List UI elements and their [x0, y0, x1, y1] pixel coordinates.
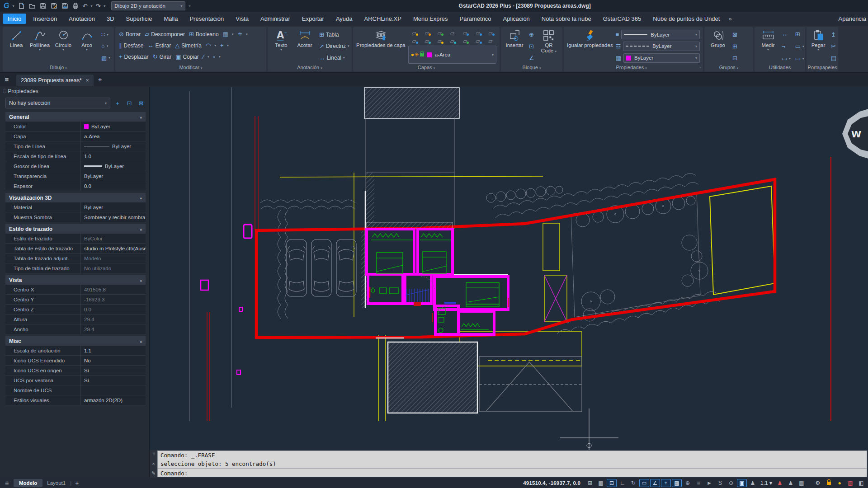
status-toggle-icon[interactable]: ⊞	[585, 479, 595, 487]
ribbon-tab[interactable]: Menú Expres	[408, 14, 453, 24]
layer-thaw-icon[interactable]: ☀	[414, 52, 419, 58]
measure-button[interactable]: Medir▼	[757, 28, 779, 64]
status-toggle-icon[interactable]: ∟	[618, 479, 627, 487]
ribbon-tab[interactable]: Nube de puntos de Undet	[648, 14, 725, 24]
property-value[interactable]: 29.4	[80, 324, 146, 334]
measure-arrow[interactable]: ▼	[767, 48, 770, 52]
select-all-icon[interactable]: ⊠	[137, 100, 146, 107]
qr-code-button[interactable]: QR Code ▾	[538, 28, 560, 64]
tool-arrow[interactable]: ▾	[219, 55, 221, 59]
document-menu-icon[interactable]: ≡	[0, 75, 14, 83]
redo-button[interactable]: ↷	[95, 3, 100, 9]
layer-unlock-icon[interactable]	[420, 53, 424, 56]
portapapeles-tool[interactable]: ✂	[830, 43, 838, 49]
clean-screen-icon[interactable]: ◧	[856, 479, 866, 487]
status-toggle-icon[interactable]: ≡	[693, 479, 703, 487]
status-toggle-icon[interactable]: ▩	[672, 479, 682, 487]
layer-tool[interactable]: ▱	[408, 29, 420, 37]
arc-button[interactable]: Arco▼	[75, 28, 98, 64]
modificar-tool[interactable]: ↔Estirar▾	[146, 42, 173, 49]
property-value[interactable]: ByLayer	[80, 202, 146, 212]
tool-arrow[interactable]: ▾	[232, 33, 234, 36]
bloque-tool[interactable]: ⊕	[528, 32, 536, 38]
property-row[interactable]: Capaa-Area	[5, 131, 146, 141]
save-all-button[interactable]	[61, 2, 68, 10]
ribbon-tab[interactable]: Nota sobre la nube	[537, 14, 596, 24]
tool-arrow[interactable]: ▾	[107, 33, 108, 37]
property-row[interactable]: TransparenciaByLayer	[5, 171, 146, 181]
undo-arrow[interactable]: ▾	[90, 4, 92, 8]
layer-tool[interactable]: ▱	[459, 29, 471, 37]
property-row[interactable]: Grosor de líneaByLayer	[5, 161, 146, 171]
modificar-tool[interactable]: ▫▾	[212, 54, 222, 60]
selection-dropdown[interactable]: No hay selección▾	[5, 98, 110, 108]
ribbon-tab[interactable]: Anotación	[64, 14, 100, 24]
property-row[interactable]: Estilo de trazadoByColor	[5, 234, 146, 244]
status-toggle-icon[interactable]: ↻	[628, 479, 638, 487]
modificar-tool[interactable]: ∕▾	[202, 54, 211, 60]
line-button[interactable]: Línea	[5, 28, 28, 64]
undo-button[interactable]: ↶	[82, 3, 87, 9]
plot-status-icon[interactable]: ▨	[845, 479, 855, 487]
panel-propiedades-footer[interactable]: Propiedades ▾ ⌄	[564, 64, 703, 71]
portapapeles-tool[interactable]: ↥	[830, 32, 838, 38]
ribbon-tab[interactable]: Paramétrico	[455, 14, 496, 24]
utilidades-tool[interactable]: ↔▾	[780, 31, 792, 37]
workspace-dropdown[interactable]: Dibujo 2D y anotación▾	[111, 1, 185, 10]
panel-anotacion-footer[interactable]: Anotación ▾	[268, 64, 352, 71]
object-color-dropdown[interactable]: ByLayer▾	[623, 53, 700, 63]
layout-menu-icon[interactable]: ≡	[0, 479, 14, 487]
status-toggle-icon[interactable]: ⊙	[726, 479, 736, 487]
command-grip[interactable]: ⠿	[152, 451, 155, 456]
text-button[interactable]: A Texto▼	[270, 28, 292, 64]
quick-select-icon[interactable]: ⊡	[125, 100, 134, 107]
status-toggle-icon[interactable]: +	[661, 479, 671, 487]
section-header[interactable]: General▴	[5, 112, 146, 122]
model-tab[interactable]: Modelo	[14, 479, 42, 487]
status-toggle-icon[interactable]: ∠	[650, 479, 660, 487]
property-row[interactable]: Nombre de UCS	[5, 385, 146, 395]
property-value[interactable]: ByLayer	[80, 161, 146, 171]
status-toggle-icon[interactable]: ♟	[748, 479, 758, 487]
property-row[interactable]: Ancho29.4	[5, 324, 146, 334]
property-value[interactable]: 29.4	[80, 314, 146, 324]
redo-arrow[interactable]: ▾	[104, 4, 105, 8]
property-value[interactable]: studio m Plotstyle.ctb(Ausente)	[80, 244, 146, 253]
circle-arrow[interactable]: ▼	[62, 48, 65, 52]
status-toggle-icon[interactable]: 1:1 ▾	[759, 479, 774, 487]
tool-arrow[interactable]: ▾	[789, 57, 791, 61]
modificar-tool[interactable]: +Desplazar▾	[118, 54, 150, 60]
panel-dibujo-footer[interactable]: Dibujo ▾	[3, 64, 114, 71]
property-row[interactable]: Icono UCS en origenSí	[5, 366, 146, 375]
ribbon-tab[interactable]: Inserción	[28, 14, 62, 24]
property-value[interactable]: No utilizado	[80, 263, 146, 273]
layer-tool[interactable]: ▱	[446, 29, 458, 37]
ribbon-tab[interactable]: Malla	[159, 14, 183, 24]
linetype-dropdown[interactable]: ByLayer▾	[623, 42, 700, 51]
modificar-tool[interactable]: ▣Copiar▾	[174, 54, 200, 60]
grupos-tool[interactable]: ⊞	[731, 43, 739, 49]
ribbon-tab[interactable]: Administrar	[255, 14, 295, 24]
status-toggle-icon[interactable]: ▭	[639, 479, 649, 487]
property-value[interactable]: Modelo	[80, 253, 146, 263]
ribbon-tab[interactable]: GstarCAD 365	[598, 14, 646, 24]
ribbon-tab[interactable]: Superficie	[121, 14, 157, 24]
panel-modificar-footer[interactable]: Modificar ▾	[115, 64, 266, 71]
layer-tool[interactable]: ▱	[408, 37, 420, 45]
anotacion-tool[interactable]: ⊞Tabla▾	[318, 32, 350, 38]
panel-grupos-footer[interactable]: Grupos ▾	[704, 64, 753, 71]
modificar-tool[interactable]: △Simetría▾	[174, 42, 203, 49]
tool-arrow[interactable]: ▾	[108, 56, 110, 60]
section-header[interactable]: Misc▴	[5, 336, 146, 346]
anotacion-tool[interactable]: ↔Lineal▾	[318, 55, 350, 61]
property-row[interactable]: Tabla de estilo de trazadostudio m Plots…	[5, 244, 146, 253]
status-toggle-icon[interactable]: ▦	[596, 479, 606, 487]
polyline-button[interactable]: Polilínea▼	[28, 28, 51, 64]
status-toggle-icon[interactable]: ▤	[797, 479, 807, 487]
ribbon-tab[interactable]: 3D	[102, 14, 119, 24]
dibujo-tool[interactable]: ○▾	[100, 43, 112, 49]
plot-button[interactable]	[71, 2, 79, 10]
status-toggle-icon[interactable]: ⊕	[683, 479, 693, 487]
ribbon-tab[interactable]: »	[726, 14, 733, 24]
utilidades-tool[interactable]: ¬▾	[780, 43, 792, 49]
